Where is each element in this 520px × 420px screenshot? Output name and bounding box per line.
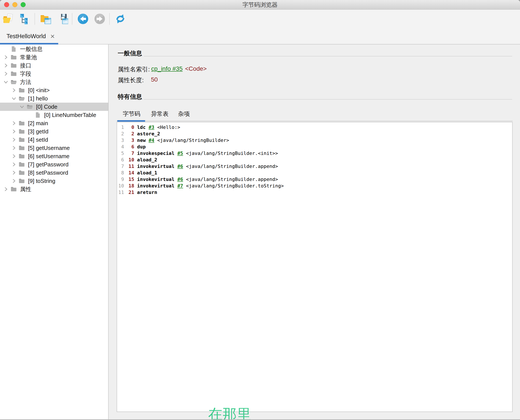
active-subtab-underline	[117, 120, 145, 122]
constant-pool-ref-link[interactable]: #5	[177, 150, 183, 156]
constant-pool-ref-link[interactable]: #4	[148, 138, 155, 143]
tree-item-label: 属性	[20, 186, 31, 193]
folder-closed-icon	[18, 153, 25, 159]
toolbar	[0, 9, 520, 28]
chevron-down-icon[interactable]	[3, 79, 9, 85]
constant-pool-ref-link[interactable]: #6	[177, 164, 183, 169]
content-area: 一般信息常量池接口字段方法[0] <init>[1] hello[0] Code…	[0, 45, 520, 419]
bytecode-offset: 11	[126, 163, 134, 170]
attribute-name-index-label: 属性名索引:	[118, 65, 150, 74]
tab-bar: TestHelloWorld ✕	[0, 28, 520, 45]
tab-label: TestHelloWorld	[7, 33, 46, 40]
chevron-right-icon[interactable]	[11, 178, 17, 184]
tree-item-label: 方法	[20, 78, 31, 86]
constant-pool-ref-link[interactable]: #3	[148, 125, 155, 130]
tree-item-attributes[interactable]: 属性	[0, 185, 108, 193]
folder-closed-icon	[18, 161, 25, 168]
tree-item-label: [1] hello	[28, 95, 48, 102]
bytecode-instruction: invokevirtual #6 <java/lang/StringBuilde…	[137, 164, 278, 169]
constant-pool-ref-link[interactable]: #7	[177, 183, 183, 188]
constant-pool-ref-link[interactable]: #6	[177, 177, 183, 182]
folder-open-icon	[18, 95, 25, 102]
close-window-button[interactable]	[4, 2, 9, 7]
opcode: invokevirtual	[137, 164, 174, 169]
instruction-comment: <java/lang/StringBuilder.toString>	[186, 183, 284, 188]
tree-item-method-9-tostring[interactable]: [9] toString	[0, 177, 108, 185]
bytecode-offset: 18	[126, 183, 134, 189]
chevron-right-icon[interactable]	[3, 186, 9, 192]
attribute-name-index-value: <Code>	[185, 65, 207, 72]
save-window-icon	[56, 13, 68, 25]
tree-item-method-8-setpassword[interactable]: [8] setPassword	[0, 169, 108, 177]
tree-item-label: [4] setId	[28, 136, 48, 143]
bytecode-line: 814aload_1	[117, 170, 512, 176]
minimize-window-button[interactable]	[12, 2, 17, 7]
bytecode-offset: 3	[126, 137, 134, 144]
instruction-comment: <java/lang/StringBuilder.append>	[186, 177, 278, 182]
bytecode-instruction: dup	[137, 144, 146, 150]
tree-item-method-7-getpassword[interactable]: [7] getPassword	[0, 160, 108, 169]
chevron-right-icon[interactable]	[11, 128, 17, 135]
opcode: invokevirtual	[137, 183, 174, 188]
bytecode-line: 1018invokevirtual #7 <java/lang/StringBu…	[117, 183, 512, 189]
tree-item-label: [0] Code	[36, 104, 57, 110]
tree-item-label: [7] getPassword	[28, 161, 68, 168]
chevron-right-icon[interactable]	[3, 54, 9, 60]
tree-item-method-5-getusername[interactable]: [5] getUsername	[0, 144, 108, 152]
specific-section-title: 特有信息	[118, 93, 142, 101]
save-as-window-button[interactable]	[56, 13, 68, 25]
chevron-right-icon[interactable]	[11, 120, 17, 127]
tree-item-hello-0-code[interactable]: [0] Code	[0, 103, 108, 111]
tree-item-general-info[interactable]: 一般信息	[0, 45, 108, 53]
bytecode-offset: 15	[126, 176, 134, 183]
tree-item-fields[interactable]: 字段	[0, 70, 108, 78]
app-window: 字节码浏览器	[0, 0, 520, 420]
toolbar-separator	[72, 13, 72, 25]
active-tab-underline	[0, 43, 58, 45]
chevron-right-icon[interactable]	[11, 87, 17, 93]
open-file-button[interactable]	[2, 13, 14, 25]
tab-close-icon[interactable]: ✕	[50, 34, 55, 39]
fullscreen-window-button[interactable]	[21, 2, 26, 7]
chevron-right-icon[interactable]	[11, 136, 17, 143]
tree-item-interfaces[interactable]: 接口	[0, 61, 108, 70]
tree-item-method-0-init[interactable]: [0] <init>	[0, 86, 108, 94]
tree-item-method-1-hello[interactable]: [1] hello	[0, 94, 108, 103]
tree-item-methods[interactable]: 方法	[0, 78, 108, 86]
line-number: 10	[117, 183, 124, 189]
bytecode-line: 46dup	[117, 144, 512, 150]
chevron-right-icon[interactable]	[11, 153, 17, 159]
bytecode-offset: 21	[126, 189, 134, 196]
forward-button[interactable]	[94, 13, 106, 25]
back-button[interactable]	[77, 13, 89, 25]
tab-bytecode[interactable]: 字节码	[123, 110, 140, 118]
tree-item-method-4-setid[interactable]: [4] setId	[0, 135, 108, 144]
tree-view-button[interactable]	[19, 13, 31, 25]
traffic-lights	[0, 2, 26, 7]
bytecode-instruction: new #4 <java/lang/StringBuilder>	[137, 138, 229, 143]
tree-item-method-2-main[interactable]: [2] main	[0, 119, 108, 127]
chevron-right-icon[interactable]	[11, 169, 17, 176]
chevron-right-icon[interactable]	[3, 62, 9, 69]
chevron-right-icon[interactable]	[3, 70, 9, 77]
tree-item-method-3-getid[interactable]: [3] getId	[0, 127, 108, 135]
bytecode-listing[interactable]: 10ldc #3 <Hello:>22astore_233new #4 <jav…	[117, 122, 513, 412]
chevron-down-icon[interactable]	[11, 95, 17, 102]
tree-item-constant-pool[interactable]: 常量池	[0, 53, 108, 61]
tree-item-method-6-setusername[interactable]: [6] setUsername	[0, 152, 108, 160]
bytecode-instruction: aload_1	[137, 170, 157, 175]
chevron-down-icon[interactable]	[19, 104, 25, 110]
tab-exception-table[interactable]: 异常表	[151, 110, 169, 118]
tree-item-label: [5] getUsername	[28, 145, 70, 151]
cp-info-link[interactable]: cp_info #35	[151, 65, 183, 72]
open-folder-in-window-button[interactable]	[40, 13, 52, 25]
chevron-right-icon[interactable]	[11, 145, 17, 151]
tree-item-code-0-linenumbertable[interactable]: [0] LineNumberTable	[0, 111, 108, 119]
line-number: 6	[117, 157, 124, 163]
refresh-button[interactable]	[115, 13, 126, 25]
opcode: new	[137, 138, 146, 143]
line-number: 8	[117, 170, 124, 176]
tab-misc[interactable]: 杂项	[178, 110, 190, 118]
tab-testhelloworld[interactable]: TestHelloWorld ✕	[0, 28, 58, 45]
chevron-right-icon[interactable]	[11, 161, 17, 168]
